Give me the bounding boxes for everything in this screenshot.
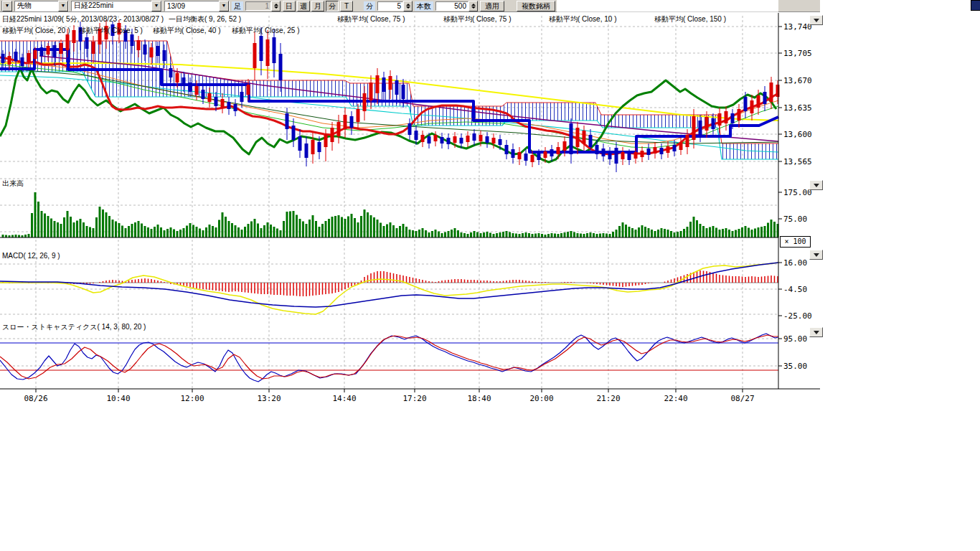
market-combo-value: 先物 [15,1,58,11]
candle-body [602,149,606,156]
combo-arrow-icon[interactable]: ▼ [151,1,161,11]
candle-body [27,53,31,62]
legend-item: 一目均衡表( 9, 26, 52 ) [169,14,241,24]
contract-month-combo[interactable]: 13/09 ▼ [164,1,230,11]
volume-axis-label: 175.00 [783,188,812,197]
candle-body [389,76,392,90]
candle-body [8,56,11,65]
chart-canvas[interactable] [0,12,820,402]
apply-button[interactable]: 適用 [480,1,504,11]
minute-spinner[interactable]: 5 [377,1,413,11]
candle-body [744,97,748,111]
candle-body [279,54,283,80]
candle-body [227,102,231,109]
candle-body [247,85,250,95]
stoch-d-line [0,335,778,379]
candle-body [731,113,735,123]
candle-body [202,90,205,99]
spinner-updown-icon[interactable] [403,1,413,11]
time-axis-label: 13:20 [257,394,281,403]
candle-body [621,152,625,159]
price-axis-label: 13,635 [783,103,812,113]
candle-body [85,37,89,49]
candle-body [369,83,373,100]
contract-month-combo-value: 13/09 [165,2,219,10]
candle-body [215,97,218,106]
time-axis-label: 17:20 [402,394,426,403]
leftmost-combo[interactable]: ▼ [1,1,12,11]
candle-body [595,145,599,154]
stoch-axis-label: 35.00 [783,362,807,371]
candle-body [654,147,657,154]
bar-count-spinner[interactable]: 500 [435,1,478,11]
candle-body [757,95,760,108]
candle-body [550,149,554,156]
time-axis-label: 22:40 [664,394,687,403]
macd-axis-label: -25.00 [783,311,812,321]
candle-body [14,52,18,61]
corner-icon[interactable] [971,0,980,11]
candle-body [21,57,24,66]
stoch-k-line [0,334,778,382]
candle-body [72,30,76,43]
minute-spinner-value: 5 [377,1,403,11]
market-combo[interactable]: 先物 ▼ [14,1,69,11]
period-button-分[interactable]: 分 [326,1,339,11]
candle-body [750,100,754,113]
candle-body [705,117,709,131]
combo-arrow-icon[interactable]: ▼ [2,1,12,11]
pane-options-dropdown-button[interactable] [809,15,823,25]
candle-body [557,147,560,154]
period-button-日[interactable]: 日 [283,1,296,11]
bar-interval-value: 1 [245,1,271,11]
candle-body [189,83,192,92]
time-axis-label: 20:00 [529,394,553,403]
legend-item: 移動平均( Close, 5 ) [79,26,143,36]
candle-body [473,133,476,141]
candle-body [357,109,360,122]
pane-options-dropdown-button[interactable] [809,250,823,260]
chevron-down-icon [814,184,819,187]
combo-arrow-icon[interactable]: ▼ [58,1,68,11]
period-button-T[interactable]: T [340,1,353,11]
period-button-月[interactable]: 月 [311,1,324,11]
pane-options-dropdown-button[interactable] [809,327,823,337]
candle-body [331,128,334,142]
legend-item: 移動平均( Close, 75 ) [443,14,511,24]
multi-symbol-button[interactable]: 複数銘柄 [517,1,555,11]
candle-body [679,143,683,150]
candle-body [408,123,412,135]
chart-area: 日経225mini 13/09( 5分, 2013/08/23 - 2013/0… [0,12,820,402]
candle-body [350,116,354,128]
legend-item: 移動平均( Close, 10 ) [549,14,616,24]
bar-type-label: 足 [232,1,243,11]
candle-body [486,136,489,143]
candle-body [376,75,380,93]
time-axis-label: 21:20 [596,394,620,403]
bar-interval-spinner[interactable]: 1 [245,1,281,11]
volume-multiplier-badge: × 100 [780,236,811,248]
period-button-週[interactable]: 週 [297,1,310,11]
legend-item: 移動平均( Close, 25 ) [232,26,299,36]
candle-body [286,113,289,129]
candle-body [666,146,670,153]
candle-body [428,136,431,143]
candle-body [512,149,515,158]
candle-body [686,135,689,147]
candle-body [53,45,57,57]
volume-pane-label: 出来高 [2,179,24,189]
spinner-updown-icon[interactable] [271,1,281,11]
candle-body [47,46,50,55]
pane-options-dropdown-button[interactable] [809,180,823,190]
combo-arrow-icon[interactable]: ▼ [219,1,229,11]
candle-body [440,137,444,143]
candle-body [524,154,528,161]
candle-body [699,121,702,135]
bar-count-value: 500 [435,1,468,11]
chevron-down-icon [814,331,819,334]
candle-body [763,92,767,104]
candle-body [453,136,457,143]
candle-body [725,111,728,123]
spinner-updown-icon[interactable] [468,1,478,11]
symbol-combo[interactable]: 日経225mini ▼ [71,1,162,11]
